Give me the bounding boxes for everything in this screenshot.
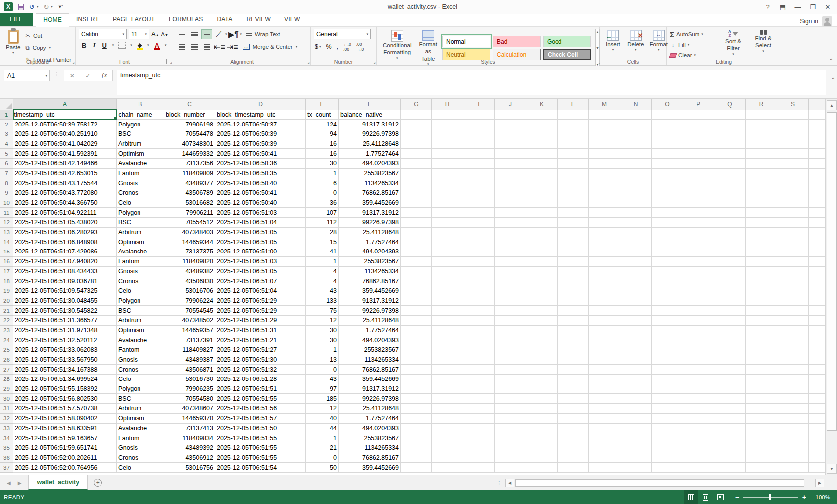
cell-H24[interactable]	[432, 335, 463, 345]
cell-J7[interactable]	[495, 168, 526, 178]
cell-M24[interactable]	[589, 335, 620, 345]
autosum-button[interactable]: ΣAutoSum▾	[670, 30, 717, 39]
cell-M22[interactable]	[589, 315, 620, 325]
cell-P22[interactable]	[683, 315, 714, 325]
column-header-I[interactable]: I	[463, 99, 495, 110]
cell-N3[interactable]	[620, 129, 652, 139]
row-header-24[interactable]: 24	[0, 335, 13, 345]
cell-E34[interactable]: 1	[306, 433, 339, 443]
cell-Q19[interactable]	[714, 286, 746, 296]
cell-D12[interactable]: 2025-12-05T06:51:04	[215, 218, 306, 228]
cell-R34[interactable]	[746, 433, 777, 443]
cell-O3[interactable]	[652, 129, 683, 139]
cell-P18[interactable]	[683, 276, 714, 286]
cell-G36[interactable]	[401, 453, 432, 463]
redo-icon[interactable]: ↻	[43, 4, 49, 10]
column-header-J[interactable]: J	[495, 99, 526, 110]
cell-B12[interactable]: BSC	[117, 218, 164, 228]
font-dialog-launcher-icon[interactable]	[166, 59, 171, 64]
column-header-K[interactable]: K	[526, 99, 558, 110]
cell-K6[interactable]	[526, 158, 558, 168]
cell-G2[interactable]	[401, 120, 432, 129]
cell-Q32[interactable]	[714, 413, 746, 423]
cell-D25[interactable]: 2025-12-05T06:51:27	[215, 345, 306, 355]
cell-N4[interactable]	[620, 139, 652, 149]
cell-Q14[interactable]	[714, 237, 746, 247]
formula-input[interactable]: timestamp_utc	[117, 70, 826, 95]
zoom-out-icon[interactable]: −	[735, 494, 739, 501]
row-header-26[interactable]: 26	[0, 355, 13, 365]
cell-N9[interactable]	[620, 188, 652, 198]
cell-B37[interactable]: Celo	[117, 463, 164, 473]
cell-D13[interactable]: 2025-12-05T06:51:05	[215, 227, 306, 237]
cell-D33[interactable]: 2025-12-05T06:51:50	[215, 423, 306, 433]
cell-C21[interactable]: 70554545	[164, 306, 215, 316]
cell-K34[interactable]	[526, 433, 558, 443]
cell-L7[interactable]	[558, 168, 589, 178]
cell-C20[interactable]: 79906224	[164, 296, 215, 306]
cell-P14[interactable]	[683, 237, 714, 247]
cell-F30[interactable]: 99226.97398	[339, 394, 401, 404]
cell-M32[interactable]	[589, 413, 620, 423]
cell-G31[interactable]	[401, 404, 432, 414]
cell-H4[interactable]	[432, 139, 463, 149]
cell-P5[interactable]	[683, 149, 714, 159]
cell-N28[interactable]	[620, 375, 652, 384]
cell-F6[interactable]: 494.0204393	[339, 158, 401, 168]
cell-R24[interactable]	[746, 335, 777, 345]
cell-R13[interactable]	[746, 227, 777, 237]
sheet-tab-wallet-activity[interactable]: wallet_activity	[28, 475, 88, 490]
cell-K11[interactable]	[526, 208, 558, 218]
cell-C7[interactable]: 118409809	[164, 168, 215, 178]
cell-E5[interactable]: 16	[306, 149, 339, 159]
cell-K30[interactable]	[526, 394, 558, 404]
cell-C25[interactable]: 118409827	[164, 345, 215, 355]
top-align-button[interactable]	[176, 29, 187, 39]
cell-E1[interactable]: tx_count	[306, 110, 339, 120]
cell-E33[interactable]: 44	[306, 423, 339, 433]
cell-C15[interactable]: 73137375	[164, 247, 215, 257]
cell-F4[interactable]: 25.41128648	[339, 139, 401, 149]
cell-B4[interactable]: Arbitrum	[117, 139, 164, 149]
cell-C3[interactable]: 70554478	[164, 129, 215, 139]
cell-S27[interactable]	[777, 365, 809, 375]
cell-A35[interactable]: 2025-12-05T06:51:59.651741	[13, 443, 117, 453]
cell-N34[interactable]	[620, 433, 652, 443]
cell-Q33[interactable]	[714, 423, 746, 433]
cell-H5[interactable]	[432, 149, 463, 159]
cell-O30[interactable]	[652, 394, 683, 404]
cell-P19[interactable]	[683, 286, 714, 296]
row-header-23[interactable]: 23	[0, 325, 13, 335]
cell-G15[interactable]	[401, 247, 432, 257]
cell-B33[interactable]: Avalanche	[117, 423, 164, 433]
cell-B32[interactable]: Optimism	[117, 413, 164, 423]
cell-N36[interactable]	[620, 453, 652, 463]
cell-Q10[interactable]	[714, 198, 746, 208]
cell-P33[interactable]	[683, 423, 714, 433]
cell-S12[interactable]	[777, 218, 809, 228]
cell-L3[interactable]	[558, 129, 589, 139]
row-header-11[interactable]: 11	[0, 208, 13, 218]
cell-O16[interactable]	[652, 256, 683, 266]
cell-O18[interactable]	[652, 276, 683, 286]
cell-F35[interactable]: 1134265334	[339, 443, 401, 453]
cell-Q4[interactable]	[714, 139, 746, 149]
number-dialog-launcher-icon[interactable]	[370, 59, 375, 64]
cell-K31[interactable]	[526, 404, 558, 414]
cell-Q27[interactable]	[714, 365, 746, 375]
cell-D19[interactable]: 2025-12-05T06:51:04	[215, 286, 306, 296]
cell-N6[interactable]	[620, 158, 652, 168]
cell-B30[interactable]: BSC	[117, 394, 164, 404]
cell-G8[interactable]	[401, 178, 432, 188]
cell-H27[interactable]	[432, 365, 463, 375]
cell-N2[interactable]	[620, 120, 652, 129]
cell-D28[interactable]: 2025-12-05T06:51:28	[215, 375, 306, 384]
cell-H12[interactable]	[432, 218, 463, 228]
cell-B18[interactable]: Cronos	[117, 276, 164, 286]
cell-E21[interactable]: 75	[306, 306, 339, 316]
cell-O32[interactable]	[652, 413, 683, 423]
row-header-1[interactable]: 1	[0, 110, 13, 120]
cell-S11[interactable]	[777, 208, 809, 218]
scroll-up-icon[interactable]: ▲	[827, 100, 837, 110]
cell-F16[interactable]: 2553823567	[339, 256, 401, 266]
